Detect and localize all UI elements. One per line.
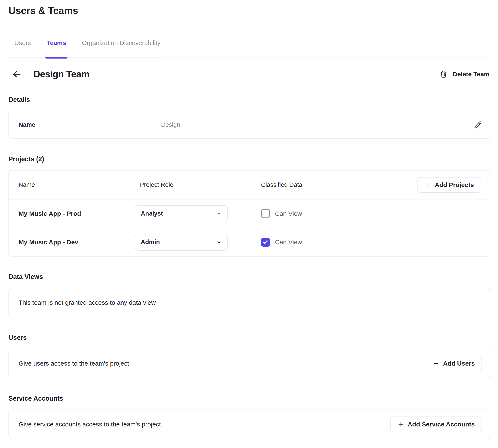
column-header-name: Name (19, 181, 140, 188)
tab-organization-discoverability[interactable]: Organization Discoverability (80, 39, 162, 57)
column-header-project-role: Project Role (140, 181, 261, 188)
details-card: Name Design (8, 111, 491, 139)
pencil-icon (473, 121, 482, 129)
project-role-select[interactable]: Analyst (135, 205, 228, 222)
service-accounts-heading: Service Accounts (8, 395, 491, 402)
tab-bar: Users Teams Organization Discoverability (8, 39, 491, 58)
chevron-down-icon (216, 239, 222, 245)
project-role-select[interactable]: Admin (135, 234, 228, 251)
checkbox-icon (261, 238, 270, 247)
add-users-button[interactable]: Add Users (426, 356, 482, 371)
add-projects-label: Add Projects (435, 181, 474, 189)
project-row: My Music App - Dev Admin Can View (9, 228, 491, 256)
can-view-checkbox[interactable]: Can View (261, 238, 481, 247)
edit-name-button[interactable] (473, 121, 482, 129)
project-row: My Music App - Prod Analyst Can View (9, 199, 491, 228)
projects-table: Name Project Role Classified Data Add Pr… (8, 170, 491, 256)
name-label: Name (19, 121, 161, 128)
arrow-left-icon (12, 69, 22, 79)
data-views-card: This team is not granted access to any d… (8, 288, 491, 317)
team-header: Design Team Delete Team (8, 69, 491, 80)
add-projects-button[interactable]: Add Projects (418, 177, 481, 193)
project-role-value: Admin (141, 239, 160, 246)
users-card: Give users access to the team's project … (8, 349, 491, 378)
column-header-classified-data: Classified Data (261, 181, 302, 188)
service-accounts-card: Give service accounts access to the team… (8, 410, 491, 439)
users-heading: Users (8, 334, 491, 341)
project-name: My Music App - Prod (19, 210, 140, 217)
add-service-accounts-label: Add Service Accounts (408, 421, 475, 428)
plus-icon (398, 421, 404, 428)
trash-icon (439, 70, 448, 78)
plus-icon (425, 182, 431, 188)
projects-table-header: Name Project Role Classified Data Add Pr… (9, 171, 491, 199)
can-view-checkbox[interactable]: Can View (261, 209, 481, 218)
name-value: Design (161, 121, 180, 128)
delete-team-label: Delete Team (452, 71, 490, 78)
add-users-label: Add Users (443, 360, 475, 367)
chevron-down-icon (216, 211, 222, 217)
data-views-empty-text: This team is not granted access to any d… (19, 299, 156, 306)
service-accounts-empty-text: Give service accounts access to the team… (19, 421, 161, 428)
tab-users[interactable]: Users (13, 39, 32, 57)
details-heading: Details (8, 96, 491, 104)
users-teams-page: Users & Teams Users Teams Organization D… (0, 0, 498, 448)
plus-icon (433, 360, 439, 367)
page-title: Users & Teams (8, 5, 491, 16)
users-empty-text: Give users access to the team's project (19, 360, 129, 367)
data-views-heading: Data Views (8, 273, 491, 281)
tab-teams[interactable]: Teams (45, 39, 67, 57)
back-button[interactable] (11, 69, 22, 80)
projects-heading: Projects (2) (8, 155, 491, 163)
can-view-label: Can View (275, 239, 302, 246)
project-name: My Music App - Dev (19, 239, 140, 246)
delete-team-button[interactable]: Delete Team (439, 70, 491, 78)
check-icon (262, 239, 268, 245)
project-role-value: Analyst (141, 210, 163, 217)
can-view-label: Can View (275, 210, 302, 217)
team-title: Design Team (33, 69, 89, 80)
checkbox-icon (261, 209, 270, 218)
add-service-accounts-button[interactable]: Add Service Accounts (390, 416, 482, 432)
